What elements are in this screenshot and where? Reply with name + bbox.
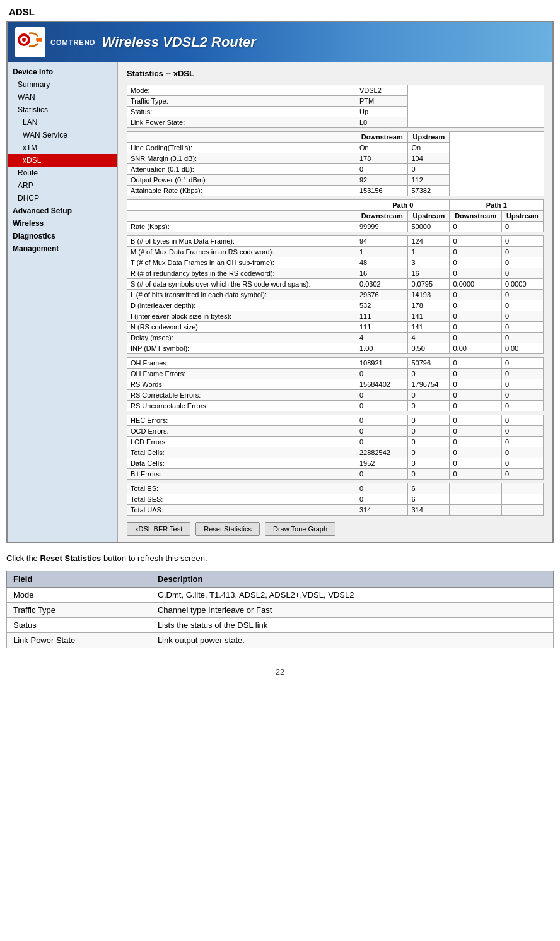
sidebar-item-route[interactable]: Route [8,167,117,179]
sidebar-item-summary[interactable]: Summary [8,78,117,91]
draw-tone-graph-button[interactable]: Draw Tone Graph [265,522,335,536]
page-title: ADSL [0,0,560,21]
table-row: Status Lists the status of the DSL link [7,618,554,633]
table-row: Delay (msec): 4 4 0 0 [127,333,544,343]
brand-label: COMTREND [50,38,96,46]
table-row: Status: Up [127,107,544,117]
table-row: S (# of data symbols over which the RS c… [127,279,544,290]
table-row: RS Uncorrectable Errors: 0 0 0 0 [127,401,544,411]
table-row: N (RS codeword size): 111 141 0 0 [127,322,544,333]
table-row: Rate (Kbps): 99999 50000 0 0 [127,222,544,232]
table-row: OH Frames: 108921 50796 0 0 [127,358,544,369]
sidebar-item-management[interactable]: Management [8,242,117,255]
table-row: Output Power (0.1 dBm): 92 112 [127,175,544,186]
sidebar-item-device-info[interactable]: Device Info [8,66,117,78]
stats-table: Mode: VDSL2 Traffic Type: PTM Status: Up… [127,85,544,516]
svg-point-5 [38,38,42,42]
table-row: Total ES: 0 6 [127,483,544,494]
table-row: Total Cells: 22882542 0 0 0 [127,447,544,458]
table-row: Traffic Type: PTM [127,96,544,107]
sidebar-item-xtm[interactable]: xTM [8,141,117,154]
table-row: Attainable Rate (Kbps): 153156 57382 [127,186,544,196]
desc-text-after: button to refresh this screen. [101,553,207,563]
table-row: Attenuation (0.1 dB): 0 0 [127,164,544,175]
sidebar-item-arp[interactable]: ARP [8,179,117,192]
xdsl-ber-test-button[interactable]: xDSL BER Test [127,522,190,536]
table-row: RS Correctable Errors: 0 0 0 0 [127,390,544,401]
router-frame: COMTREND Wireless VDSL2 Router Device In… [6,21,554,543]
table-row: INP (DMT symbol): 1.00 0.50 0.00 0.00 [127,343,544,354]
table-row: Total UAS: 314 314 [127,505,544,516]
table-row: Mode: VDSL2 [127,85,544,96]
description-cell: G.Dmt, G.lite, T1.413, ADSL2, ADSL2+,VDS… [151,588,553,603]
content-area: Device Info Summary WAN Statistics LAN W… [8,62,552,542]
page-number: 22 [6,667,554,689]
sidebar-item-xdsl[interactable]: xDSL [8,154,117,167]
table-row: Link Power State Link output power state… [7,633,554,648]
router-logo: COMTREND [15,27,96,57]
sidebar-item-advanced-setup[interactable]: Advanced Setup [8,204,117,217]
table-row: M (# of Mux Data Frames in an RS codewor… [127,247,544,257]
reset-statistics-button[interactable]: Reset Statistics [195,522,260,536]
table-row: Data Cells: 1952 0 0 0 [127,458,544,469]
table-row: B (# of bytes in Mux Data Frame): 94 124… [127,236,544,247]
sidebar-item-wan-service[interactable]: WAN Service [8,129,117,141]
field-description-table: Field Description Mode G.Dmt, G.lite, T1… [6,571,554,648]
table-row: Total SES: 0 6 [127,494,544,505]
router-model-label: Wireless VDSL2 Router [102,34,256,50]
router-header: COMTREND Wireless VDSL2 Router [8,22,552,62]
table-row: Bit Errors: 0 0 0 0 [127,469,544,480]
table-row: Mode G.Dmt, G.lite, T1.413, ADSL2, ADSL2… [7,588,554,603]
table-row: OCD Errors: 0 0 0 0 [127,426,544,437]
table-row: OH Frame Errors: 0 0 0 0 [127,369,544,379]
section-title: Statistics -- xDSL [127,69,544,78]
field-col-header: Field [7,571,151,588]
table-row: Link Power State: L0 [127,117,544,128]
sidebar-item-diagnostics[interactable]: Diagnostics [8,230,117,242]
table-row: D (interleaver depth): 532 178 0 0 [127,300,544,311]
field-cell: Link Power State [7,633,151,648]
reset-statistics-label: Reset Statistics [40,553,101,563]
description-cell: Lists the status of the DSL link [151,618,553,633]
table-row: I (interleaver block size in bytes): 111… [127,311,544,322]
sidebar-item-dhcp[interactable]: DHCP [8,192,117,204]
table-row: Line Coding(Trellis): On On [127,143,544,153]
sidebar-item-wireless[interactable]: Wireless [8,217,117,230]
header-row-downstream-upstream: Downstream Upstream [127,132,544,143]
table-row: Traffic Type Channel type Interleave or … [7,603,554,618]
description-col-header: Description [151,571,553,588]
sidebar-item-lan[interactable]: LAN [8,116,117,129]
table-row: HEC Errors: 0 0 0 0 [127,415,544,426]
sidebar-item-statistics[interactable]: Statistics [8,104,117,116]
table-row: L (# of bits transmitted in each data sy… [127,290,544,300]
sidebar-item-wan[interactable]: WAN [8,91,117,104]
main-content: Statistics -- xDSL Mode: VDSL2 Traffic T… [118,62,552,542]
table-row: RS Words: 15684402 1796754 0 0 [127,379,544,390]
comtrend-logo-icon [15,27,45,57]
description-cell: Link output power state. [151,633,553,648]
field-cell: Mode [7,588,151,603]
desc-text-before: Click the [6,553,40,563]
sidebar: Device Info Summary WAN Statistics LAN W… [8,62,118,542]
table-row: SNR Margin (0.1 dB): 178 104 [127,153,544,164]
description-cell: Channel type Interleave or Fast [151,603,553,618]
svg-point-3 [22,38,26,42]
header-row-path: Path 0 Path 1 [127,200,544,211]
table-row: T (# of Mux Data Frames in an OH sub-fra… [127,257,544,268]
field-table-header-row: Field Description [7,571,554,588]
button-row: xDSL BER Test Reset Statistics Draw Tone… [127,522,544,536]
table-row: LCD Errors: 0 0 0 0 [127,437,544,447]
table-row: R (# of redundancy bytes in the RS codew… [127,268,544,279]
field-cell: Traffic Type [7,603,151,618]
field-cell: Status [7,618,151,633]
header-row-path-sub: Downstream Upstream Downstream Upstream [127,211,544,222]
description-text: Click the Reset Statistics button to ref… [6,553,554,563]
